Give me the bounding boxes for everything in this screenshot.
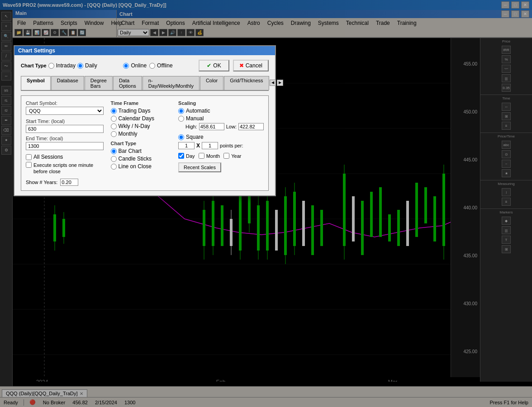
monthly-radio[interactable] [111, 131, 117, 137]
modal-overlay: Chart Settings Chart Type Intraday Daily [0, 0, 532, 407]
show-years-label: Show # Years: [26, 180, 57, 185]
line-on-close-label: Line on Close [119, 163, 152, 170]
wkly-nday-row: Wkly / N-Day [111, 123, 171, 129]
dialog-title: Chart Settings [14, 46, 275, 55]
recent-scales-button[interactable]: Recent Scales [178, 162, 221, 172]
chart-type-section: Chart Type Bar Chart Candle Sticks [111, 141, 171, 170]
tab-prev-button[interactable]: ◀ [270, 80, 276, 86]
manual-label: Manual [186, 115, 204, 122]
month-checkbox[interactable] [199, 153, 204, 159]
square-inputs-row: X points per: [178, 142, 264, 149]
low-input[interactable] [238, 123, 264, 130]
low-label: Low: [226, 124, 237, 129]
tab-next-button[interactable]: ▶ [277, 80, 283, 86]
chart-symbol-select[interactable]: QQQ [26, 107, 104, 115]
show-years-input[interactable] [60, 179, 78, 186]
offline-label: Offline [157, 62, 172, 69]
execute-scripts-label: Execute scripts one minute before close [33, 162, 104, 175]
high-input[interactable] [199, 123, 224, 130]
calendar-days-radio[interactable] [111, 116, 117, 122]
calendar-days-row: Calendar Days [111, 115, 171, 122]
scaling-title: Scaling [178, 100, 264, 106]
tab-data-options[interactable]: Data Options [113, 76, 142, 90]
wkly-nday-label: Wkly / N-Day [119, 123, 150, 129]
cancel-button[interactable]: ✖ Cancel [233, 60, 269, 71]
year-checkbox[interactable] [223, 153, 229, 159]
show-years-row: Show # Years: [26, 179, 104, 186]
tab-degree-bars[interactable]: Degree Bars [85, 76, 113, 90]
all-sessions-checkbox[interactable] [26, 154, 32, 160]
points-input-2[interactable] [202, 142, 218, 149]
day-checkbox[interactable] [178, 153, 184, 159]
end-time-input[interactable] [26, 142, 104, 150]
online-label: Online [131, 62, 147, 69]
square-label: Square [186, 134, 204, 140]
points-input-1[interactable] [178, 142, 195, 149]
year-checkbox-row: Year [223, 153, 241, 159]
execute-scripts-checkbox[interactable] [26, 162, 32, 168]
tab-symbol[interactable]: Symbol [21, 76, 51, 90]
start-time-label: Start Time: (local) [26, 118, 104, 124]
intraday-label: Intraday [56, 62, 76, 69]
scaling-column: Scaling Automatic Manual High: Low [178, 100, 264, 186]
bar-chart-label: Bar Chart [119, 148, 142, 154]
square-radio[interactable] [178, 134, 184, 140]
calendar-days-label: Calendar Days [119, 115, 154, 122]
ok-check-icon: ✔ [207, 62, 211, 69]
square-section: Square X points per: [178, 134, 264, 172]
trading-days-radio[interactable] [111, 108, 117, 114]
tab-nav: ◀ ▶ [270, 76, 283, 90]
monthly-row: Monthly [111, 131, 171, 137]
high-low-row: High: Low: [185, 123, 264, 130]
chart-type-label: Chart Type [21, 63, 47, 68]
month-label: Month [206, 153, 220, 159]
tab-content: Chart Symbol: QQQ Start Time: (local) En… [26, 100, 264, 186]
all-sessions-label: All Sessions [33, 154, 63, 160]
day-label: Day [186, 153, 195, 159]
offline-radio[interactable] [149, 63, 155, 69]
automatic-radio[interactable] [178, 108, 184, 114]
day-checkbox-row: Day [178, 153, 195, 159]
execute-scripts-row: Execute scripts one minute before close [26, 162, 104, 175]
automatic-label: Automatic [186, 108, 210, 114]
cancel-label: Cancel [246, 62, 262, 69]
start-time-input[interactable] [26, 125, 104, 133]
candle-sticks-label: Candle Sticks [119, 156, 152, 162]
trading-days-label: Trading Days [119, 108, 151, 114]
chart-symbol-label: Chart Symbol: [26, 100, 104, 106]
candle-sticks-radio[interactable] [111, 156, 117, 162]
monthly-label: Monthly [119, 131, 138, 137]
ok-button[interactable]: ✔ OK [199, 60, 229, 71]
timeframe-column: Time Frame Trading Days Calendar Days Wk… [111, 100, 171, 186]
symbol-column: Chart Symbol: QQQ Start Time: (local) En… [26, 100, 104, 186]
times-symbol: X [196, 142, 200, 149]
online-radio[interactable] [123, 63, 129, 69]
chart-type-section-title: Chart Type [111, 141, 171, 146]
tab-database[interactable]: Database [51, 76, 84, 90]
month-checkbox-row: Month [199, 153, 220, 159]
ok-label: OK [213, 62, 221, 69]
manual-row: Manual [178, 115, 264, 122]
tab-color[interactable]: Color [200, 76, 223, 90]
daily-label: Daily [85, 62, 97, 69]
tab-n-day[interactable]: n-Day/Weekly/Monthly [142, 76, 200, 90]
daily-radio[interactable] [77, 63, 83, 69]
offline-radio-group: Offline [149, 62, 172, 69]
online-radio-group: Online [123, 62, 147, 69]
line-on-close-radio[interactable] [111, 164, 117, 170]
chart-settings-dialog: Chart Settings Chart Type Intraday Daily [14, 45, 276, 196]
daily-radio-group: Daily [77, 62, 97, 69]
tab-grid[interactable]: Grid/Thickness [224, 76, 269, 90]
intraday-radio[interactable] [48, 63, 54, 69]
wkly-nday-radio[interactable] [111, 123, 117, 129]
timeframe-title: Time Frame [111, 100, 171, 106]
cancel-x-icon: ✖ [239, 62, 244, 69]
automatic-row: Automatic [178, 108, 264, 114]
end-time-label: End Time: (local) [26, 136, 104, 141]
manual-radio[interactable] [178, 116, 184, 122]
points-label: points per: [220, 143, 243, 148]
line-on-close-row: Line on Close [111, 163, 171, 170]
intraday-radio-group: Intraday [48, 62, 76, 69]
all-sessions-row: All Sessions [26, 154, 104, 160]
bar-chart-radio[interactable] [111, 148, 117, 154]
